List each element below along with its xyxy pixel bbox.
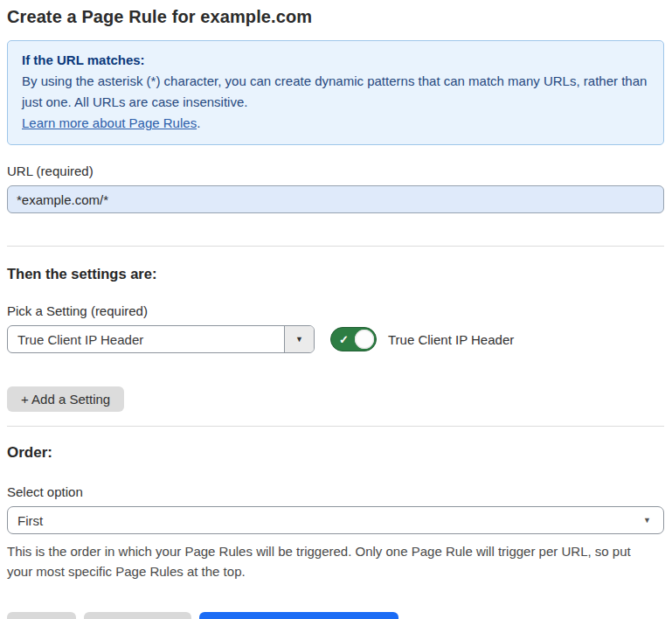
setting-picker-row: True Client IP Header ▼ ✓ True Client IP… <box>7 325 664 353</box>
setting-select[interactable]: True Client IP Header ▼ <box>7 325 315 353</box>
learn-more-link[interactable]: Learn more about Page Rules <box>22 115 197 130</box>
link-suffix: . <box>197 115 200 130</box>
info-box-heading: If the URL matches: <box>22 50 649 71</box>
setting-select-arrow-segment[interactable]: ▼ <box>284 326 314 352</box>
caret-down-icon: ▼ <box>643 517 651 525</box>
save-and-deploy-button[interactable]: Save and Deploy Page Rule <box>199 612 398 619</box>
order-help-text: This is the order in which your Page Rul… <box>7 541 658 581</box>
order-select-value: First <box>17 513 643 528</box>
cancel-button[interactable]: Cancel <box>7 612 76 619</box>
section-divider <box>7 246 664 247</box>
order-select-label: Select option <box>7 484 664 499</box>
url-match-info-box: If the URL matches: By using the asteris… <box>7 40 664 145</box>
settings-section-heading: Then the settings are: <box>7 266 664 282</box>
setting-picker-label: Pick a Setting (required) <box>7 303 664 318</box>
add-setting-button[interactable]: + Add a Setting <box>7 386 124 412</box>
url-field-label: URL (required) <box>7 163 664 178</box>
section-divider <box>7 426 664 427</box>
check-icon: ✓ <box>339 333 349 346</box>
footer-actions: Cancel Save as Draft Save and Deploy Pag… <box>7 612 664 619</box>
info-box-link-line: Learn more about Page Rules. <box>22 113 649 134</box>
toggle-knob <box>355 330 374 349</box>
true-client-ip-toggle[interactable]: ✓ <box>330 327 377 351</box>
url-input[interactable] <box>7 185 664 213</box>
order-section-heading: Order: <box>7 444 664 462</box>
save-as-draft-button[interactable]: Save as Draft <box>84 612 191 619</box>
caret-down-icon: ▼ <box>295 336 303 344</box>
create-page-rule-form: Create a Page Rule for example.com If th… <box>0 0 672 619</box>
page-title: Create a Page Rule for example.com <box>7 7 664 27</box>
setting-select-value: True Client IP Header <box>8 326 284 352</box>
info-box-body: By using the asterisk (*) character, you… <box>22 71 649 113</box>
order-select[interactable]: First ▼ <box>7 506 664 534</box>
toggle-label: True Client IP Header <box>388 332 514 347</box>
